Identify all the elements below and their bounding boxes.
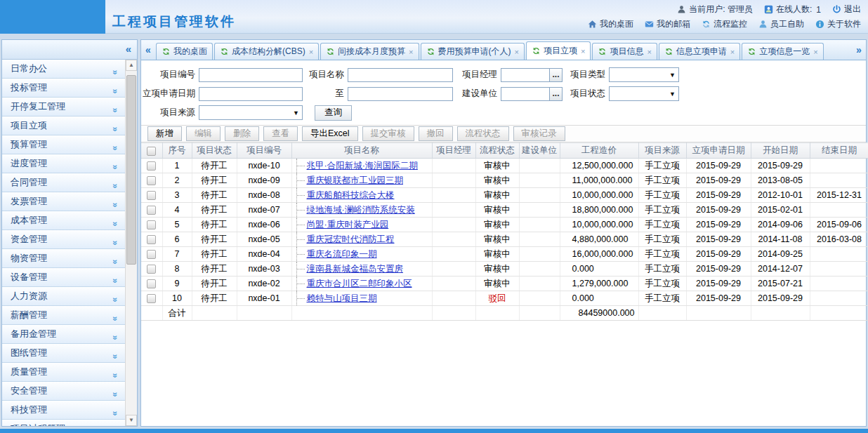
sidebar-item-12[interactable]: 设备管理»: [2, 268, 125, 287]
add-button[interactable]: 新增: [147, 126, 182, 141]
sidebar-item-16[interactable]: 图纸管理»: [2, 344, 125, 363]
tabs-scroll-right-icon[interactable]: »: [852, 44, 866, 55]
sidebar-item-14[interactable]: 薪酬管理»: [2, 306, 125, 325]
row-checkbox[interactable]: [147, 161, 156, 171]
sidebar-item-5[interactable]: 预算管理»: [2, 135, 125, 154]
tab-6[interactable]: 项目信息×: [592, 43, 657, 60]
row-checkbox[interactable]: [147, 191, 156, 200]
row-checkbox[interactable]: [147, 206, 156, 215]
select-all-checkbox[interactable]: [147, 147, 156, 156]
sidebar-item-4[interactable]: 项目立项»: [2, 116, 125, 135]
column-header-unit[interactable]: 建设单位: [519, 143, 560, 159]
project-type-select[interactable]: ▼: [609, 67, 679, 82]
tree-connector: [297, 254, 305, 255]
scroll-down-icon[interactable]: ▼: [126, 415, 137, 426]
tree-guide-line: [296, 232, 297, 246]
construction-unit-field[interactable]: [501, 87, 550, 101]
tabs-scroll-left-icon[interactable]: «: [141, 44, 155, 55]
column-header-start_date[interactable]: 开始日期: [751, 143, 810, 159]
column-header-manager[interactable]: 项目经理: [432, 143, 475, 159]
sidebar-item-9[interactable]: 成本管理»: [2, 211, 125, 230]
close-icon[interactable]: ×: [409, 48, 413, 56]
close-icon[interactable]: ×: [647, 48, 651, 56]
scrollbar-thumb[interactable]: [126, 75, 136, 265]
tab-2[interactable]: 成本结构分解(CBS)×: [214, 43, 319, 60]
project-name-link[interactable]: 重庆名流印象一期: [307, 249, 377, 259]
project-name-link[interactable]: 重庆船舶科技综合大楼: [307, 190, 395, 200]
sidebar-item-10[interactable]: 资金管理»: [2, 230, 125, 249]
column-header-flow[interactable]: 流程状态: [475, 143, 519, 159]
sidebar-item-6[interactable]: 进度管理»: [2, 154, 125, 173]
sidebar-item-8[interactable]: 发票管理»: [2, 192, 125, 211]
sidebar-item-15[interactable]: 备用金管理»: [2, 325, 125, 344]
my-desktop[interactable]: 我的桌面: [588, 18, 633, 30]
close-icon[interactable]: ×: [515, 48, 519, 56]
row-checkbox[interactable]: [147, 176, 156, 185]
project-name-link[interactable]: 重庆银联都市工业园三期: [307, 175, 404, 185]
project-name-link[interactable]: 潼南县新城金福岛安置房: [307, 264, 404, 274]
sidebar-item-1[interactable]: 日常办公»: [2, 60, 125, 79]
process-monitor[interactable]: 流程监控: [702, 18, 747, 30]
column-header-end_date[interactable]: 结束日期: [810, 143, 868, 159]
close-icon[interactable]: ×: [581, 47, 585, 55]
sidebar-item-17[interactable]: 质量管理»: [2, 363, 125, 382]
project-status-select[interactable]: ▼: [609, 86, 679, 101]
tab-5[interactable]: 项目立项×: [526, 41, 591, 60]
close-icon[interactable]: ×: [730, 48, 735, 56]
project-manager-field-picker-button[interactable]: ...: [550, 68, 563, 82]
logout[interactable]: 退出: [832, 4, 861, 15]
sidebar-item-3[interactable]: 开停复工管理»: [2, 98, 125, 116]
row-checkbox[interactable]: [147, 220, 156, 229]
project-name-field[interactable]: [348, 68, 453, 82]
project-name-link[interactable]: 兆甲·合阳新城·海润国际二期: [307, 161, 418, 171]
project-name-link[interactable]: 尚盟·重庆时装产业园: [307, 220, 389, 229]
column-header-seq[interactable]: 序号: [162, 143, 192, 159]
project-name-link[interactable]: 赖特与山项目三期: [307, 293, 377, 303]
column-header-status[interactable]: 项目状态: [192, 143, 237, 159]
close-icon[interactable]: ×: [309, 48, 313, 56]
projects-table: 序号项目状态项目编号项目名称项目经理流程状态建设单位工程造价项目来源立项申请日期…: [141, 142, 868, 321]
tab-4[interactable]: 费用预算申请(个人)×: [421, 43, 525, 60]
column-header-source[interactable]: 项目来源: [638, 143, 686, 159]
tab-1[interactable]: 我的桌面: [156, 43, 213, 60]
sidebar-item-2[interactable]: 投标管理»: [2, 79, 125, 98]
project-name-link[interactable]: 重庆市合川区二郎印象小区: [307, 279, 412, 288]
row-checkbox[interactable]: [147, 235, 156, 244]
sidebar-collapse-icon[interactable]: «: [126, 43, 131, 55]
export-excel-button[interactable]: 导出Excel: [302, 126, 358, 141]
project-code-field[interactable]: [199, 68, 303, 82]
row-checkbox[interactable]: [147, 265, 156, 274]
row-checkbox[interactable]: [147, 279, 156, 288]
sidebar-item-13[interactable]: 人力资源»: [2, 287, 125, 306]
column-header-name[interactable]: 项目名称: [291, 143, 432, 159]
column-header-apply_date[interactable]: 立项申请日期: [686, 143, 751, 159]
apply-date-from-field[interactable]: [199, 87, 303, 101]
scroll-up-icon[interactable]: ▲: [126, 60, 137, 71]
project-source-select[interactable]: ▼: [199, 105, 303, 120]
about-software[interactable]: 关于软件: [815, 18, 861, 30]
row-checkbox[interactable]: [147, 250, 156, 259]
construction-unit-field-picker-button[interactable]: ...: [550, 87, 563, 101]
sidebar-item-18[interactable]: 安全管理»: [2, 382, 125, 401]
project-name-link[interactable]: 重庆冠宏时代消防工程: [307, 234, 395, 244]
tab-7[interactable]: 信息立项申请×: [659, 43, 740, 60]
project-name-link[interactable]: 绿地海域·澜峪消防系统安装: [307, 205, 415, 215]
column-header-code[interactable]: 项目编号: [237, 143, 291, 159]
project-manager-field[interactable]: [501, 68, 550, 82]
sidebar-scrollbar[interactable]: ▲ ▼: [125, 60, 137, 426]
my-mailbox[interactable]: 我的邮箱: [645, 18, 690, 30]
sidebar-item-20[interactable]: 项目过程管理»: [2, 420, 125, 426]
row-checkbox[interactable]: [147, 294, 156, 303]
sidebar-item-11[interactable]: 物资管理»: [2, 249, 125, 268]
tab-3[interactable]: 间接成本月度预算×: [320, 43, 419, 60]
employee-self-service[interactable]: 员工自助: [758, 18, 804, 30]
tab-8[interactable]: 立项信息一览×: [742, 43, 823, 60]
close-icon[interactable]: ×: [813, 48, 817, 56]
sidebar-item-19[interactable]: 科技管理»: [2, 401, 125, 420]
apply-date-to-field[interactable]: [348, 87, 453, 101]
chevron-down-icon: »: [107, 184, 125, 189]
cell-status: 待开工: [192, 262, 237, 277]
column-header-cost[interactable]: 工程造价: [560, 143, 638, 159]
query-button[interactable]: 查询: [315, 105, 352, 121]
sidebar-item-7[interactable]: 合同管理»: [2, 173, 125, 192]
